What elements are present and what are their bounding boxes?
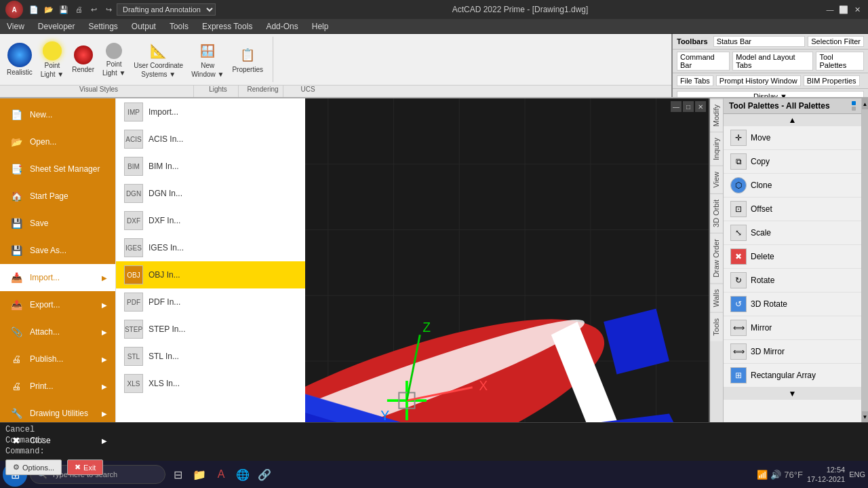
palette-offset[interactable]: ⊡ Offset (724, 198, 861, 221)
menu-express-tools[interactable]: Express Tools (195, 19, 259, 33)
svg-text:Z: Z (422, 320, 431, 335)
actcad-taskbar-btn[interactable]: A (212, 465, 231, 484)
undo-btn[interactable]: ↩ (87, 3, 100, 16)
palette-clone[interactable]: ⬡ Clone (724, 174, 861, 198)
wifi-icon[interactable]: 📶 (757, 470, 768, 480)
palette-3d-rotate[interactable]: ↺ 3D Rotate (724, 293, 861, 316)
import-submenu-item[interactable]: IMP Import... (116, 98, 305, 126)
menu-developer[interactable]: Developer (31, 19, 82, 33)
attach-menu-item[interactable]: 📎 Attach... ▶ (0, 318, 115, 345)
publish-menu-item[interactable]: 🖨 Publish... ▶ (0, 345, 115, 373)
menu-settings[interactable]: Settings (82, 19, 125, 33)
minimize-btn[interactable]: — (825, 4, 835, 15)
palette-scroll-up[interactable]: ▲ (724, 114, 861, 126)
explorer-btn[interactable]: 📁 (190, 465, 209, 484)
viewport-close-btn[interactable]: ✕ (695, 101, 706, 112)
start-page-menu-item[interactable]: 🏠 Start Page (0, 183, 115, 210)
open-menu-item[interactable]: 📂 Open... (0, 128, 115, 155)
menu-addons[interactable]: Add-Ons (259, 19, 304, 33)
palette-delete[interactable]: ✖ Delete (724, 245, 861, 269)
print-btn[interactable]: 🖨 (72, 3, 85, 16)
palette-move[interactable]: ✛ Move (724, 126, 861, 150)
new-window-btn[interactable]: 🪟 New Window ▼ (189, 40, 226, 79)
side-tab-3dorbit[interactable]: 3D Orbit (710, 193, 723, 233)
palette-3d-mirror[interactable]: ⟺ 3D Mirror (724, 340, 861, 364)
side-tab-modify[interactable]: Modify (710, 98, 723, 132)
realistic-btn[interactable]: Realistic (4, 41, 35, 77)
iges-in-item[interactable]: IGES IGES In... (116, 234, 305, 261)
print-menu-item[interactable]: 🖨 Print... ▶ (0, 373, 115, 400)
side-tab-walls[interactable]: Walls (710, 283, 723, 312)
palette-scroll-down[interactable]: ▼ (724, 388, 861, 400)
tool-palettes-option[interactable]: Tool Palettes (816, 52, 864, 71)
ucs-btn[interactable]: 📐 User Coordinate Systems ▼ (131, 40, 186, 79)
selection-filter-option[interactable]: Selection Filter (808, 36, 864, 47)
drawing-utils-menu-item[interactable]: 🔧 Drawing Utilities ▶ (0, 400, 115, 427)
palette-copy[interactable]: ⧉ Copy (724, 150, 861, 174)
taskview-btn[interactable]: ⊟ (168, 465, 187, 484)
prompt-history-option[interactable]: Prompt History Window (716, 75, 801, 86)
palette-mirror[interactable]: ⟺ Mirror (724, 316, 861, 340)
point-light-btn[interactable]: Point Light ▼ (38, 40, 66, 79)
scroll-down-btn[interactable]: ▼ (862, 411, 868, 422)
stl-icon: STL (124, 347, 143, 366)
bim-properties-option[interactable]: BIM Properties (804, 75, 860, 86)
menu-view[interactable]: View (0, 19, 31, 33)
save-as-menu-item[interactable]: 💾 Save As... (0, 237, 115, 264)
render-btn[interactable]: Render (69, 44, 97, 75)
new-file-btn[interactable]: 📄 (27, 3, 41, 16)
exit-btn[interactable]: ✖ Exit (67, 459, 103, 475)
stl-in-item[interactable]: STL STL In... (116, 343, 305, 370)
side-tab-draworder[interactable]: Draw Order (710, 233, 723, 283)
restore-btn[interactable]: ⬜ (838, 4, 849, 15)
point-light2-btn[interactable]: Point Light ▼ (100, 41, 128, 78)
network-btn[interactable]: 🔗 (255, 465, 274, 484)
status-bar-option[interactable]: Status Bar (713, 36, 806, 47)
workspace-selector[interactable]: Drafting and Annotation (117, 3, 216, 16)
step-in-item[interactable]: STEP STEP In... (116, 316, 305, 343)
palette-scale[interactable]: ⤡ Scale (724, 221, 861, 245)
xls-in-item[interactable]: XLS XLS In... (116, 370, 305, 397)
battery-icon[interactable]: 76°F (784, 470, 803, 480)
side-tab-inquiry[interactable]: Inquiry (710, 132, 723, 166)
redo-btn[interactable]: ↪ (102, 3, 115, 16)
viewport-minimize-btn[interactable]: — (671, 101, 682, 112)
export-menu-item[interactable]: 📤 Export... ▶ (0, 291, 115, 318)
dgn-in-item[interactable]: DGN DGN In... (116, 180, 305, 207)
side-tab-tools[interactable]: Tools (710, 312, 723, 341)
save-btn[interactable]: 💾 (57, 3, 71, 16)
import-menu-item[interactable]: 📥 Import... ▶ (0, 264, 115, 291)
display-option[interactable]: Display ▼ (677, 91, 864, 97)
close-menu-item[interactable]: ✖ Close ▶ (0, 427, 115, 454)
menu-output[interactable]: Output (125, 19, 163, 33)
model-layout-tabs-option[interactable]: Model and Layout Tabs (732, 52, 813, 71)
title-bar-controls: — ⬜ ✕ (825, 4, 863, 15)
options-icon: ⚙ (13, 463, 20, 472)
pdf-in-item[interactable]: PDF PDF In... (116, 288, 305, 316)
save-menu-item[interactable]: 💾 Save (0, 210, 115, 237)
browser-btn[interactable]: 🌐 (233, 465, 252, 484)
command-bar[interactable]: Cancel Command: Command: (0, 422, 868, 463)
scroll-up-btn[interactable]: ▲ (862, 98, 868, 109)
bim-in-item[interactable]: BIM BIM In... (116, 153, 305, 180)
acis-in-item[interactable]: ACIS ACIS In... (116, 126, 305, 153)
dxf-in-item[interactable]: DXF DXF In... (116, 207, 305, 234)
file-tabs-option[interactable]: File Tabs (677, 75, 713, 86)
taskbar-clock[interactable]: 12:54 17-12-2021 (807, 465, 845, 485)
obj-in-item[interactable]: OBJ OBJ In... (116, 261, 305, 288)
options-btn[interactable]: ⚙ Options... (5, 459, 62, 475)
side-tab-view[interactable]: View (710, 166, 723, 193)
speaker-icon[interactable]: 🔊 (770, 470, 781, 480)
sheet-set-menu-item[interactable]: 📑 Sheet Set Manager (0, 155, 115, 183)
palette-scrollbar[interactable]: ▲ ▼ (861, 98, 868, 422)
command-bar-option[interactable]: Command Bar (677, 52, 730, 71)
viewport-restore-btn[interactable]: □ (683, 101, 694, 112)
palette-rotate[interactable]: ↻ Rotate (724, 269, 861, 293)
open-file-btn[interactable]: 📂 (42, 3, 56, 16)
close-btn[interactable]: ✕ (852, 4, 863, 15)
new-menu-item[interactable]: 📄 New... (0, 101, 115, 128)
properties-btn[interactable]: 📋 Properties (229, 44, 266, 75)
palette-rect-array[interactable]: ⊞ Rectangular Array (724, 364, 861, 388)
menu-tools[interactable]: Tools (163, 19, 195, 33)
menu-help[interactable]: Help (305, 19, 336, 33)
